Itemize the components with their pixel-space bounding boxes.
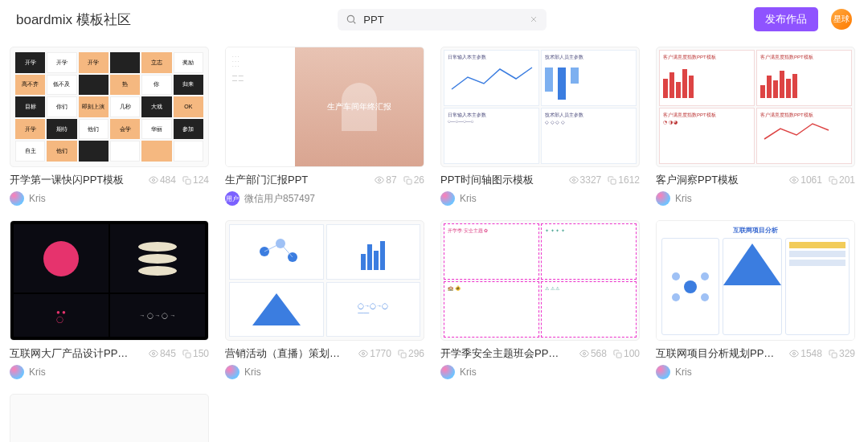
svg-rect-25: [616, 353, 621, 358]
template-thumbnail: · · ·· · ·· · ·— —— — 生产车间年终汇报: [225, 47, 424, 167]
author-row[interactable]: Kris: [656, 191, 855, 206]
svg-rect-23: [401, 353, 406, 358]
user-avatar[interactable]: 星球: [831, 9, 852, 30]
svg-point-0: [348, 15, 354, 22]
eye-icon: [789, 175, 799, 185]
copy-icon: [398, 350, 407, 358]
author-name: 微信用户857497: [244, 192, 315, 206]
svg-point-29: [672, 293, 680, 301]
template-stats: 1548 329: [789, 348, 855, 359]
eye-icon: [789, 349, 799, 358]
author-name: Kris: [675, 193, 692, 204]
search-wrap: [144, 9, 741, 31]
template-thumbnail: 日常输入本主参数 技术部人员主参数 日常输入本主参数○—○—○—○ 技术部人员主…: [440, 47, 640, 167]
template-card[interactable]: ◯→◯→◯—— 营销活动（直播）策划PP... 1770 296 Kris: [225, 220, 424, 379]
svg-point-12: [138, 242, 177, 252]
svg-point-24: [583, 353, 585, 355]
search-box[interactable]: [338, 9, 547, 31]
template-stats: 484 124: [149, 174, 209, 186]
svg-line-21: [280, 244, 293, 257]
template-stats: 87 26: [375, 174, 424, 186]
template-card[interactable]: 开学季·安全主题 ✿ ✦ ✦ ✦ ✦ 🏫 🚸 ⚠ ⚠ ⚠ 开学季安全主题班会PP…: [440, 220, 640, 379]
template-card[interactable]: ● ●◯ → ◯ → ◯ → 互联网大厂产品设计PPT模板 845 150 Kr…: [10, 220, 209, 379]
eye-icon: [579, 349, 589, 358]
template-card[interactable]: 客户满意度指数PPT模板 客户满意度指数PPT模板 客户满意度指数PPT模板◔ …: [656, 47, 855, 206]
copy-icon: [182, 176, 191, 185]
author-avatar-icon: 用户: [225, 191, 240, 206]
clear-icon[interactable]: [529, 14, 538, 24]
author-name: Kris: [460, 366, 477, 378]
template-title: 互联网大厂产品设计PPT模板: [10, 346, 130, 361]
eye-icon: [358, 349, 368, 358]
template-card[interactable]: · · ·· · ·· · ·— —— — 生产车间年终汇报 生产部门汇报PPT…: [225, 47, 424, 206]
author-avatar-icon: [656, 191, 670, 206]
author-row[interactable]: Kris: [440, 191, 640, 206]
template-stats: 845 150: [149, 348, 209, 359]
author-row[interactable]: Kris: [656, 365, 855, 379]
svg-point-13: [138, 254, 177, 264]
author-row[interactable]: 用户 微信用户857497: [225, 191, 424, 206]
svg-rect-32: [832, 353, 837, 358]
brand-title: boardmix 模板社区: [16, 10, 131, 29]
svg-point-10: [793, 179, 796, 182]
svg-point-28: [701, 272, 709, 280]
svg-point-27: [672, 272, 680, 280]
template-title: 客户洞察PPT模板: [656, 173, 739, 187]
eye-icon: [569, 175, 579, 185]
template-card[interactable]: 开学开学开学立志奖励 高不齐低不及热你归来 目标你们即刻上演几秒大戏OK 开学期…: [10, 47, 209, 206]
template-thumbnail: 互联网项目分析: [656, 220, 855, 341]
template-thumbnail: ● ●◯ → ◯ → ◯ →: [10, 220, 209, 341]
author-name: Kris: [29, 193, 46, 204]
template-title: 营销活动（直播）策划PP...: [225, 346, 346, 361]
svg-rect-5: [186, 179, 190, 184]
eye-icon: [375, 175, 384, 185]
copy-icon: [403, 176, 412, 185]
copy-icon: [182, 350, 191, 358]
author-avatar-icon: [10, 365, 24, 379]
author-name: Kris: [29, 366, 46, 378]
template-title: 互联网项目分析规划PPT...: [656, 346, 776, 361]
template-stats: 3327 1612: [569, 174, 640, 186]
template-stats: 1061 201: [789, 174, 855, 186]
author-row[interactable]: Kris: [440, 365, 640, 379]
author-avatar-icon: [656, 365, 670, 379]
copy-icon: [613, 350, 622, 358]
template-thumbnail: ◯→◯→◯——: [225, 220, 424, 341]
author-row[interactable]: Kris: [10, 191, 209, 206]
template-card[interactable]: 日常输入本主参数 技术部人员主参数 日常输入本主参数○—○—○—○ 技术部人员主…: [440, 47, 640, 206]
author-name: Kris: [675, 366, 692, 378]
copy-icon: [829, 350, 837, 358]
svg-point-14: [138, 266, 177, 276]
author-avatar-icon: [440, 365, 455, 379]
template-title: 开学第一课快闪PPT模板: [10, 173, 124, 187]
template-card[interactable]: [10, 394, 209, 442]
search-input[interactable]: [363, 14, 522, 26]
svg-point-6: [379, 179, 381, 182]
copy-icon: [829, 176, 837, 185]
author-name: Kris: [244, 366, 261, 378]
svg-rect-16: [186, 353, 190, 358]
svg-rect-11: [832, 179, 837, 184]
template-stats: 1770 296: [358, 348, 424, 359]
template-card[interactable]: 互联网项目分析 互联网项目分析规划PPT... 1548 329 Kris: [656, 220, 855, 379]
eye-icon: [149, 349, 158, 358]
svg-rect-9: [611, 179, 616, 184]
template-title: 开学季安全主题班会PPT模板: [440, 346, 561, 361]
svg-point-22: [362, 353, 365, 355]
author-row[interactable]: Kris: [10, 365, 209, 379]
template-thumbnail: [10, 394, 209, 442]
author-avatar-icon: [225, 365, 240, 379]
author-name: Kris: [460, 193, 477, 204]
eye-icon: [149, 175, 158, 185]
svg-point-15: [152, 353, 154, 355]
svg-point-4: [152, 179, 154, 182]
author-row[interactable]: Kris: [225, 365, 424, 379]
svg-point-30: [701, 293, 709, 301]
svg-rect-7: [407, 179, 411, 184]
template-grid: 开学开学开学立志奖励 高不齐低不及热你归来 目标你们即刻上演几秒大戏OK 开学期…: [0, 39, 868, 442]
copy-icon: [608, 176, 616, 185]
template-thumbnail: 客户满意度指数PPT模板 客户满意度指数PPT模板 客户满意度指数PPT模板◔ …: [656, 47, 855, 167]
publish-button[interactable]: 发布作品: [754, 7, 818, 31]
author-avatar-icon: [10, 191, 24, 206]
template-stats: 568 100: [579, 348, 640, 359]
